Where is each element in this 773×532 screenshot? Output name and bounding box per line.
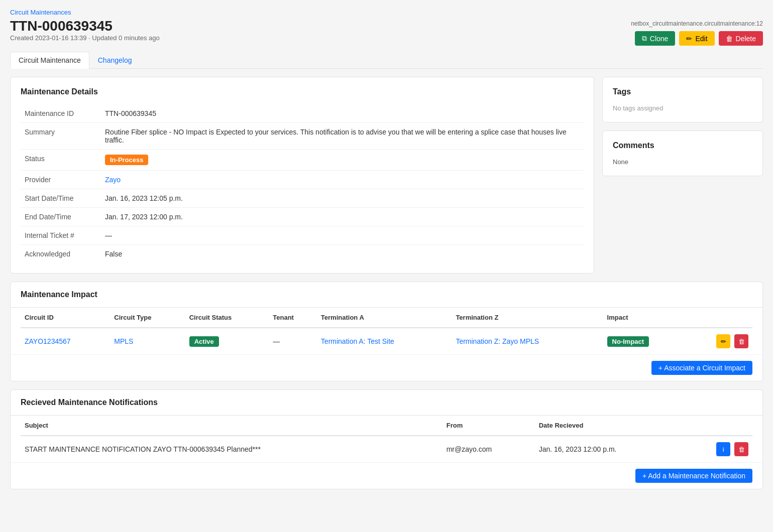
col-tenant: Tenant [269,308,317,328]
termination-z-link[interactable]: Termination Z: Zayo MPLS [456,337,539,345]
col-termination-z: Termination Z [452,308,603,328]
maintenance-id-label: Maintenance ID [21,104,101,123]
col-actions [686,308,752,328]
table-row: START MAINTENANCE NOTIFICATION ZAYO TTN-… [21,436,752,462]
status-value: In-Process [101,150,584,171]
status-label: Status [21,150,101,171]
impact-footer: + Associate a Circuit Impact [11,354,762,381]
maintenance-details-title: Maintenance Details [21,87,584,96]
start-date-value: Jan. 16, 2023 12:05 p.m. [101,189,584,208]
termination-a-link[interactable]: Termination A: Test Site [321,337,394,345]
notification-from: mr@zayo.com [443,436,535,462]
tab-changelog[interactable]: Changelog [89,52,141,68]
delete-button[interactable]: 🗑 Delete [719,31,763,46]
detail-row-provider: Provider Zayo [21,171,584,189]
notifications-table: Subject From Date Recieved START MAINTEN… [21,416,752,462]
acknowledged-value: False [101,245,584,263]
circuit-type-link[interactable]: MPLS [114,337,133,345]
maintenance-impact-title: Maintenance Impact [21,290,752,299]
edit-button[interactable]: ✏ Edit [679,31,714,46]
maintenance-details-table: Maintenance ID TTN-000639345 Summary Rou… [21,104,584,263]
table-row: ZAYO1234567 MPLS Active — Termination A:… [21,328,752,354]
start-date-label: Start Date/Time [21,189,101,208]
tabs: Circuit Maintenance Changelog [10,52,763,69]
impact-badge: No-Impact [607,336,649,347]
col-date-received: Date Recieved [535,416,683,436]
col-circuit-id: Circuit ID [21,308,110,328]
col-circuit-type: Circuit Type [110,308,185,328]
end-date-value: Jan. 17, 2023 12:00 p.m. [101,208,584,226]
notification-subject: START MAINTENANCE NOTIFICATION ZAYO TTN-… [21,436,443,462]
acknowledged-label: Acknowledged [21,245,101,263]
page-id: netbox_circuitmaintenance.circuitmainten… [631,18,763,27]
maintenance-impact-section: Maintenance Impact Circuit ID Circuit Ty… [10,282,763,381]
summary-value: Routine Fiber splice - NO Impact is Expe… [101,123,584,150]
tenant-value: — [269,328,317,354]
associate-circuit-button[interactable]: + Associate a Circuit Impact [651,361,752,375]
col-notif-actions [683,416,752,436]
add-notification-button[interactable]: + Add a Maintenance Notification [635,469,752,483]
edit-impact-button[interactable]: ✏ [716,334,730,348]
detail-row-start-date: Start Date/Time Jan. 16, 2023 12:05 p.m. [21,189,584,208]
detail-row-maintenance-id: Maintenance ID TTN-000639345 [21,104,584,123]
circuit-status-badge: Active [189,336,219,347]
tab-circuit-maintenance[interactable]: Circuit Maintenance [10,52,89,69]
comments-title: Comments [613,141,752,150]
notification-date: Jan. 16, 2023 12:00 p.m. [535,436,683,462]
detail-row-internal-ticket: Internal Ticket # — [21,226,584,245]
delete-notification-button[interactable]: 🗑 [734,442,748,456]
edit-icon: ✏ [686,35,692,43]
comments-value: None [613,158,752,166]
maintenance-id-value: TTN-000639345 [101,104,584,123]
comments-card: Comments None [602,130,763,176]
clone-icon: ⧉ [642,34,647,43]
notifications-footer: + Add a Maintenance Notification [11,462,762,489]
tags-empty: No tags assigned [613,104,752,112]
detail-row-status: Status In-Process [21,150,584,171]
notifications-section: Recieved Maintenance Notifications Subje… [10,389,763,489]
notifications-title: Recieved Maintenance Notifications [21,398,752,407]
summary-label: Summary [21,123,101,150]
col-subject: Subject [21,416,443,436]
detail-row-acknowledged: Acknowledged False [21,245,584,263]
col-from: From [443,416,535,436]
maintenance-details-card: Maintenance Details Maintenance ID TTN-0… [10,77,594,274]
breadcrumb-link[interactable]: Circuit Maintenances [10,9,71,16]
page-meta: Created 2023-01-16 13:39 · Updated 0 min… [10,34,160,42]
delete-icon: 🗑 [726,35,733,43]
internal-ticket-value: — [101,226,584,245]
provider-link[interactable]: Zayo [105,176,121,184]
page-title: TTN-000639345 [10,18,160,34]
detail-row-summary: Summary Routine Fiber splice - NO Impact… [21,123,584,150]
tags-card: Tags No tags assigned [602,77,763,122]
maintenance-impact-table: Circuit ID Circuit Type Circuit Status T… [21,308,752,354]
provider-label: Provider [21,171,101,189]
col-termination-a: Termination A [317,308,452,328]
col-impact: Impact [603,308,686,328]
col-circuit-status: Circuit Status [185,308,269,328]
delete-impact-button[interactable]: 🗑 [734,334,748,348]
internal-ticket-label: Internal Ticket # [21,226,101,245]
view-notification-button[interactable]: i [716,442,730,456]
detail-row-end-date: End Date/Time Jan. 17, 2023 12:00 p.m. [21,208,584,226]
tags-title: Tags [613,87,752,96]
end-date-label: End Date/Time [21,208,101,226]
status-badge: In-Process [105,155,148,165]
circuit-id-link[interactable]: ZAYO1234567 [25,337,71,345]
clone-button[interactable]: ⧉ Clone [635,31,676,46]
